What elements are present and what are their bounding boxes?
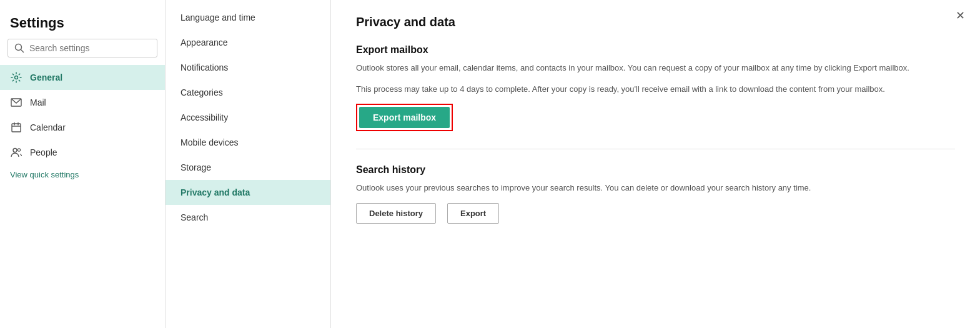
export-history-button[interactable]: Export [447, 203, 499, 224]
sidebar-item-mail[interactable]: Mail [0, 90, 165, 115]
middle-nav-notifications[interactable]: Notifications [166, 55, 330, 80]
app-title: Settings [0, 10, 165, 39]
middle-nav-accessibility[interactable]: Accessibility [166, 105, 330, 130]
middle-nav-language-time[interactable]: Language and time [166, 5, 330, 30]
search-history-title: Search history [356, 164, 955, 176]
sidebar-item-label-general: General [30, 72, 62, 82]
middle-nav-mobile-devices[interactable]: Mobile devices [166, 130, 330, 155]
svg-point-8 [13, 149, 17, 152]
delete-history-button[interactable]: Delete history [356, 203, 436, 224]
sidebar-item-general[interactable]: General [0, 65, 165, 90]
mail-icon [10, 96, 22, 109]
search-input[interactable] [29, 43, 151, 53]
export-mailbox-title: Export mailbox [356, 44, 955, 56]
export-mailbox-highlight: Export mailbox [356, 104, 453, 131]
section-divider [356, 149, 955, 149]
sidebar-item-label-people: People [30, 147, 57, 157]
sidebar-item-label-calendar: Calendar [30, 122, 66, 132]
view-quick-settings[interactable]: View quick settings [0, 165, 165, 184]
export-mailbox-section: Export mailbox Outlook stores all your e… [356, 44, 955, 131]
svg-line-1 [21, 50, 24, 52]
middle-nav-appearance[interactable]: Appearance [166, 30, 330, 55]
search-history-section: Search history Outlook uses your previou… [356, 164, 955, 224]
middle-nav-categories[interactable]: Categories [166, 80, 330, 105]
main-content: ✕ Privacy and data Export mailbox Outloo… [331, 0, 980, 328]
calendar-icon [10, 121, 22, 134]
export-mailbox-desc1: Outlook stores all your email, calendar … [356, 62, 918, 74]
search-box[interactable] [7, 39, 157, 57]
sidebar-item-people[interactable]: People [0, 140, 165, 165]
sidebar: Settings General Mail [0, 0, 166, 328]
search-history-actions: Delete history Export [356, 203, 955, 224]
export-mailbox-desc2: This process may take up to 4 days to co… [356, 83, 918, 96]
sidebar-item-calendar[interactable]: Calendar [0, 115, 165, 140]
middle-nav-storage[interactable]: Storage [166, 155, 330, 180]
gear-icon [10, 71, 22, 84]
sidebar-item-label-mail: Mail [30, 97, 46, 107]
search-icon [14, 43, 24, 53]
close-button[interactable]: ✕ [956, 10, 965, 21]
middle-nav-privacy-data[interactable]: Privacy and data [166, 180, 330, 205]
page-title: Privacy and data [356, 15, 955, 29]
middle-navigation: Language and time Appearance Notificatio… [166, 0, 331, 328]
people-icon [10, 146, 22, 159]
export-mailbox-button[interactable]: Export mailbox [359, 107, 450, 128]
svg-point-2 [15, 76, 18, 79]
svg-rect-4 [12, 124, 21, 132]
middle-nav-search[interactable]: Search [166, 205, 330, 230]
search-history-desc: Outlook uses your previous searches to i… [356, 182, 918, 194]
svg-point-9 [17, 149, 20, 151]
